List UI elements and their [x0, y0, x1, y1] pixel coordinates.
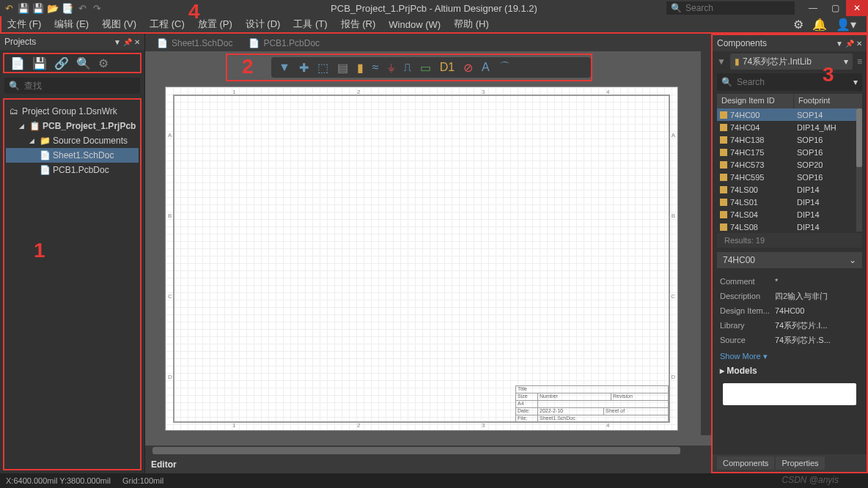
power-icon[interactable]: ⎍: [404, 61, 411, 74]
align-icon[interactable]: ▤: [337, 61, 348, 75]
col-footprint[interactable]: Footprint: [794, 94, 862, 108]
label-icon[interactable]: D1: [440, 61, 455, 74]
search-proj-icon[interactable]: 🔍: [76, 56, 91, 70]
models-header[interactable]: ▸ Models: [713, 363, 867, 379]
workspace-icon: 🗂: [9, 106, 19, 117]
col-design-item[interactable]: Design Item ID: [717, 94, 794, 108]
vertical-scrollbar[interactable]: [701, 51, 711, 435]
undo-icon[interactable]: ↶: [76, 2, 88, 14]
watermark: CSDN @anyis: [781, 475, 839, 485]
tab-properties[interactable]: Properties: [776, 456, 824, 470]
projects-title: Projects: [4, 37, 36, 47]
expand-icon[interactable]: ◢: [29, 137, 37, 144]
minimize-button[interactable]: —: [802, 0, 824, 16]
save-proj-icon[interactable]: 💾: [32, 56, 47, 70]
list-item[interactable]: 74HC138SOP16: [717, 133, 862, 146]
cross-icon[interactable]: ✚: [299, 61, 309, 75]
projects-search[interactable]: 🔍: [4, 78, 140, 94]
arc-icon[interactable]: ⌒: [499, 60, 510, 75]
tree-project[interactable]: ◢ 📋 PCB_Project_1.PrjPcb: [6, 119, 139, 133]
components-search[interactable]: 🔍 ▾: [717, 73, 862, 91]
dropdown-icon[interactable]: ▾: [853, 77, 858, 87]
net-icon[interactable]: ▭: [420, 61, 431, 75]
wire-icon[interactable]: ≈: [372, 61, 379, 74]
menu-help[interactable]: 帮助 (H): [451, 16, 492, 32]
search-icon: 🔍: [721, 77, 732, 87]
panel-dropdown-icon[interactable]: ▼: [836, 40, 843, 48]
list-item[interactable]: 74LS04DIP14: [717, 208, 862, 221]
settings-icon[interactable]: ⚙: [793, 18, 803, 32]
editor-label[interactable]: Editor: [151, 459, 177, 470]
notifications-icon[interactable]: 🔔: [812, 18, 827, 32]
menu-place[interactable]: 放置 (P): [195, 16, 235, 32]
back-icon[interactable]: ↶: [3, 2, 15, 14]
list-item[interactable]: 74HC573SOP20: [717, 158, 862, 171]
projects-search-input[interactable]: [24, 81, 136, 91]
save-all-icon[interactable]: 💾: [32, 2, 44, 14]
menu-report[interactable]: 报告 (R): [338, 16, 379, 32]
menu-window[interactable]: Window (W): [386, 18, 444, 32]
maximize-button[interactable]: ▢: [824, 0, 846, 16]
list-item[interactable]: 74LS01DIP14: [717, 196, 862, 208]
list-item[interactable]: 74HC04DIP14_MH: [717, 121, 862, 133]
options-icon[interactable]: ⚙: [98, 56, 108, 70]
projects-panel: Projects ▼ 📌 ✕ 📄 💾 🔗 🔍 ⚙ 🔍 🗂 Project Gro…: [0, 34, 145, 473]
gnd-icon[interactable]: ⏚: [388, 61, 395, 74]
tree-doc-sch[interactable]: 📄 Sheet1.SchDoc: [6, 148, 139, 163]
panel-close-icon[interactable]: ✕: [856, 40, 862, 48]
text-icon[interactable]: A: [482, 61, 490, 74]
save-icon[interactable]: 💾: [18, 2, 29, 14]
global-search[interactable]: 🔍: [666, 1, 795, 15]
panel-pin-icon[interactable]: 📌: [123, 38, 132, 46]
menu-project[interactable]: 工程 (C): [147, 16, 188, 32]
list-item[interactable]: 74HC00SOP14: [717, 108, 862, 121]
components-search-input[interactable]: [737, 77, 849, 87]
search-icon: 🔍: [9, 81, 20, 91]
menu-file[interactable]: 文件 (F): [4, 16, 44, 32]
select-icon[interactable]: ⬚: [317, 61, 328, 75]
panel-dropdown-icon[interactable]: ▼: [114, 38, 121, 46]
compile-icon[interactable]: 🔗: [54, 56, 69, 70]
expand-icon: ⌄: [849, 255, 856, 265]
files-icon[interactable]: 📑: [62, 2, 73, 14]
library-select[interactable]: ▮ 74系列芯片.IntLib ▾: [730, 53, 853, 70]
close-button[interactable]: ✕: [846, 0, 868, 16]
expand-icon[interactable]: ◢: [19, 122, 26, 130]
tab-components[interactable]: Components: [717, 456, 774, 470]
list-scrollbar[interactable]: [856, 108, 862, 232]
menu-view[interactable]: 视图 (V): [99, 16, 139, 32]
list-item[interactable]: 74LS08DIP14: [717, 221, 862, 232]
canvas[interactable]: 2 ▼ ✚ ⬚ ▤ ▮ ≈ ⏚ ⎍ ▭ D1 ⊘ A ⌒: [145, 51, 711, 446]
noerc-icon[interactable]: ⊘: [463, 61, 473, 75]
tree-doc-pcb[interactable]: 📄 PCB1.PcbDoc: [6, 163, 139, 177]
menu-design[interactable]: 设计 (D): [243, 16, 284, 32]
horizontal-scrollbar[interactable]: [145, 446, 711, 456]
tab-sheet1[interactable]: 📄 Sheet1.SchDoc: [150, 35, 240, 51]
list-item[interactable]: 74LS00DIP14: [717, 183, 862, 196]
status-bar: X:6400.000mil Y:3800.000mil Grid:100mil: [0, 473, 868, 488]
filter-icon[interactable]: ▼: [279, 61, 290, 74]
panel-pin-icon[interactable]: 📌: [845, 40, 854, 48]
new-doc-icon[interactable]: 📄: [10, 56, 25, 70]
menu-icon[interactable]: ≡: [857, 56, 862, 67]
show-more-link[interactable]: Show More ▾: [713, 350, 867, 363]
tab-pcb1[interactable]: 📄 PCB1.PcbDoc: [241, 35, 327, 51]
menu-tools[interactable]: 工具 (T): [290, 16, 330, 32]
panel-close-icon[interactable]: ✕: [134, 38, 140, 46]
status-coords: X:6400.000mil Y:3800.000mil: [6, 476, 111, 485]
list-item[interactable]: 74HC175SOP16: [717, 146, 862, 158]
annotation-1: 1: [34, 239, 45, 262]
tree-folder[interactable]: ◢ 📁 Source Documents: [6, 133, 139, 148]
redo-icon[interactable]: ↷: [91, 2, 103, 14]
menu-edit[interactable]: 编辑 (E): [51, 16, 92, 32]
list-item[interactable]: 74HC595SOP16: [717, 171, 862, 183]
open-icon[interactable]: 📂: [47, 2, 59, 14]
tree-group[interactable]: 🗂 Project Group 1.DsnWrk: [6, 104, 139, 119]
filter-icon[interactable]: ▼: [717, 56, 726, 67]
part-icon[interactable]: ▮: [357, 61, 364, 75]
user-icon[interactable]: 👤▾: [836, 18, 856, 32]
schdoc-icon: 📄: [40, 150, 50, 160]
selected-component[interactable]: 74HC00 ⌄: [717, 252, 862, 268]
search-input[interactable]: [685, 3, 788, 13]
schematic-sheet[interactable]: 1 2 3 4 1 2 3 4 A B C D A B C D: [165, 86, 678, 431]
